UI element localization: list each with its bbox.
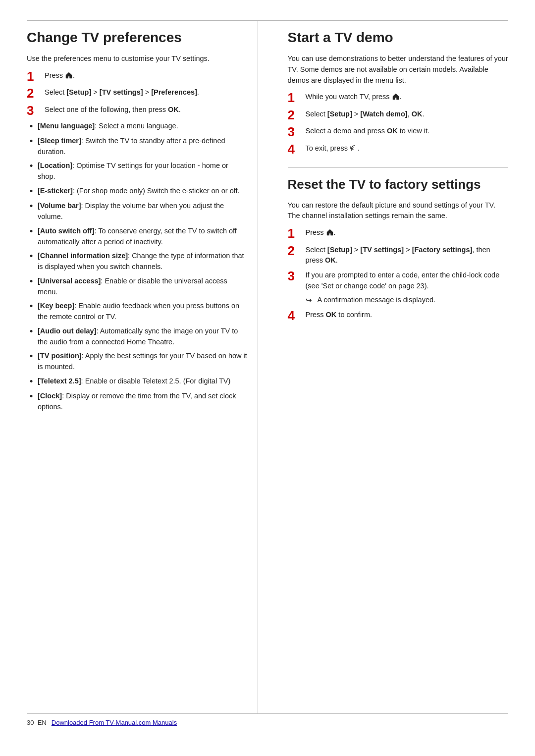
- step1-text-after: .: [73, 71, 75, 79]
- right-s2-step-number-3: 3: [288, 269, 306, 283]
- bullet-text-teletext: [Teletext 2.5]: Enable or disable Telete…: [38, 376, 230, 387]
- bullet-key-beep: • [Key beep]: Enable audio feedback when…: [27, 301, 248, 323]
- term: [E-sticker]: [38, 187, 73, 195]
- right-s2-step-item-4: 4 Press OK to confirm.: [288, 309, 509, 323]
- right-step-list-1: 1 While you watch TV, press . 2 Select […: [288, 91, 509, 156]
- right-step-item-4: 4 To exit, press .: [288, 142, 509, 157]
- right-s2-step-item-1: 1 Press .: [288, 226, 509, 241]
- term: [Menu language]: [38, 122, 95, 130]
- bullet-dot: •: [27, 326, 38, 337]
- ok-bold: OK: [326, 311, 337, 319]
- two-columns: Change TV preferences Use the preference…: [27, 21, 508, 713]
- bullet-text-menu-language: [Menu language]: Select a menu language.: [38, 121, 178, 132]
- bullet-dot: •: [27, 376, 38, 387]
- term: [Volume bar]: [38, 202, 81, 210]
- bullet-auto-switch-off: • [Auto switch off]: To conserve energy,…: [27, 226, 248, 248]
- term: [Teletext 2.5]: [38, 377, 81, 385]
- bullet-sleep-timer: • [Sleep timer]: Switch the TV to standb…: [27, 136, 248, 158]
- press-text: Press: [306, 228, 326, 236]
- bullet-text-location: [Location]: Optimise TV settings for you…: [38, 161, 248, 182]
- bullet-dot: •: [27, 136, 38, 147]
- bullet-dot: •: [27, 226, 38, 237]
- term: [Auto switch off]: [38, 227, 94, 235]
- bullet-text-channel-info-size: [Channel information size]: Change the t…: [38, 251, 248, 272]
- back-icon-step4: [350, 144, 358, 152]
- ok-bold: OK: [387, 127, 398, 135]
- right-section2-intro: You can restore the default picture and …: [288, 200, 509, 222]
- bullet-dot: •: [27, 276, 38, 287]
- step-content-1: Press .: [45, 69, 75, 81]
- bullet-dot: •: [27, 391, 38, 402]
- term: [Channel information size]: [38, 252, 128, 260]
- bullet-universal-access: • [Universal access]: Enable or disable …: [27, 276, 248, 298]
- section-rule: [288, 167, 509, 168]
- right-section1-title: Start a TV demo: [288, 30, 509, 46]
- bullet-text-universal-access: [Universal access]: Enable or disable th…: [38, 276, 248, 298]
- bullet-menu-language: • [Menu language]: Select a menu languag…: [27, 121, 248, 132]
- bullet-tv-position: • [TV position]: Apply the best settings…: [27, 351, 248, 373]
- left-step-list: 1 Press . 2 Select [Setup] > [TV s: [27, 69, 248, 118]
- right-step-content-3: Select a demo and press OK to view it.: [306, 125, 430, 137]
- home-icon-right-step1: [392, 93, 400, 101]
- right-step-content-2: Select [Setup] > [Watch demo], OK.: [306, 108, 425, 120]
- bullet-dot: •: [27, 186, 38, 197]
- right-section2-title: Reset the TV to factory settings: [288, 177, 509, 192]
- term: [Key beep]: [38, 302, 74, 310]
- bullet-location: • [Location]: Optimise TV settings for y…: [27, 161, 248, 182]
- left-section-title: Change TV preferences: [27, 30, 248, 46]
- right-step-content-4: To exit, press .: [306, 142, 360, 154]
- bullet-dot: •: [27, 351, 38, 362]
- term: [Sleep timer]: [38, 137, 81, 145]
- lang-code: EN: [38, 719, 47, 726]
- right-s2-step-number-1: 1: [288, 226, 306, 241]
- term: [Clock]: [38, 392, 62, 400]
- confirmation-note: ↪ A confirmation message is displayed.: [306, 295, 436, 306]
- right-column: Start a TV demo You can use demonstratio…: [283, 21, 509, 713]
- step-number-1: 1: [27, 69, 45, 84]
- right-s2-step-item-2: 2 Select [Setup] > [TV settings] > [Fact…: [288, 244, 509, 267]
- bullet-text-clock: [Clock]: Display or remove the time from…: [38, 391, 248, 413]
- bullet-dot: •: [27, 201, 38, 212]
- term: [Watch demo]: [360, 110, 407, 118]
- footer-page-number: 30 EN: [27, 719, 47, 726]
- right-step-item-3: 3 Select a demo and press OK to view it.: [288, 125, 509, 139]
- term: [TV position]: [38, 352, 82, 360]
- term: [Location]: [38, 162, 72, 169]
- home-icon-s2-step1: [326, 228, 334, 236]
- step1-text: Press: [45, 71, 63, 79]
- term: [Audio out delay]: [38, 327, 96, 335]
- right-step-number-3: 3: [288, 125, 306, 139]
- step1-text-after-right: .: [400, 93, 402, 101]
- ok-bold: OK: [325, 256, 336, 264]
- right-s2-step-number-2: 2: [288, 244, 306, 258]
- right-s2-step-number-4: 4: [288, 309, 306, 323]
- term: [TV settings]: [360, 246, 404, 254]
- page-num: 30: [27, 719, 34, 726]
- step-number-3: 3: [27, 104, 45, 118]
- step1-text-before: While you watch TV, press: [306, 93, 392, 101]
- term-setup-2: [Setup]: [66, 88, 91, 96]
- bullet-text-sleep-timer: [Sleep timer]: Switch the TV to standby …: [38, 136, 248, 158]
- right-step-item-2: 2 Select [Setup] > [Watch demo], OK.: [288, 108, 509, 122]
- step-number-2: 2: [27, 86, 45, 101]
- term: [Setup]: [327, 110, 352, 118]
- bullet-text-auto-switch-off: [Auto switch off]: To conserve energy, s…: [38, 226, 248, 248]
- page-container: Change TV preferences Use the preference…: [0, 0, 535, 756]
- right-step-number-2: 2: [288, 108, 306, 122]
- left-intro-text: Use the preferences menu to customise yo…: [27, 54, 248, 64]
- right-s2-step-content-2: Select [Setup] > [TV settings] > [Factor…: [306, 244, 509, 267]
- right-step-number-4: 4: [288, 142, 306, 157]
- right-s2-step-item-3: 3 If you are prompted to enter a code, e…: [288, 269, 509, 306]
- footer-link[interactable]: Downloaded From TV-Manual.com Manuals: [52, 719, 177, 726]
- ok-bold: OK: [412, 110, 423, 118]
- bullet-channel-info-size: • [Channel information size]: Change the…: [27, 251, 248, 272]
- arrow-symbol: ↪: [306, 295, 318, 306]
- bullet-e-sticker: • [E-sticker]: (For shop mode only) Swit…: [27, 186, 248, 197]
- right-step-item-1: 1 While you watch TV, press .: [288, 91, 509, 105]
- bullet-volume-bar: • [Volume bar]: Display the volume bar w…: [27, 201, 248, 222]
- bullet-dot: •: [27, 251, 38, 262]
- bullet-dot: •: [27, 121, 38, 132]
- right-s2-step-content-4: Press OK to confirm.: [306, 309, 373, 321]
- right-step-list-2: 1 Press . 2 Select [Setup] > [TV setting…: [288, 226, 509, 323]
- step-item-1: 1 Press .: [27, 69, 248, 84]
